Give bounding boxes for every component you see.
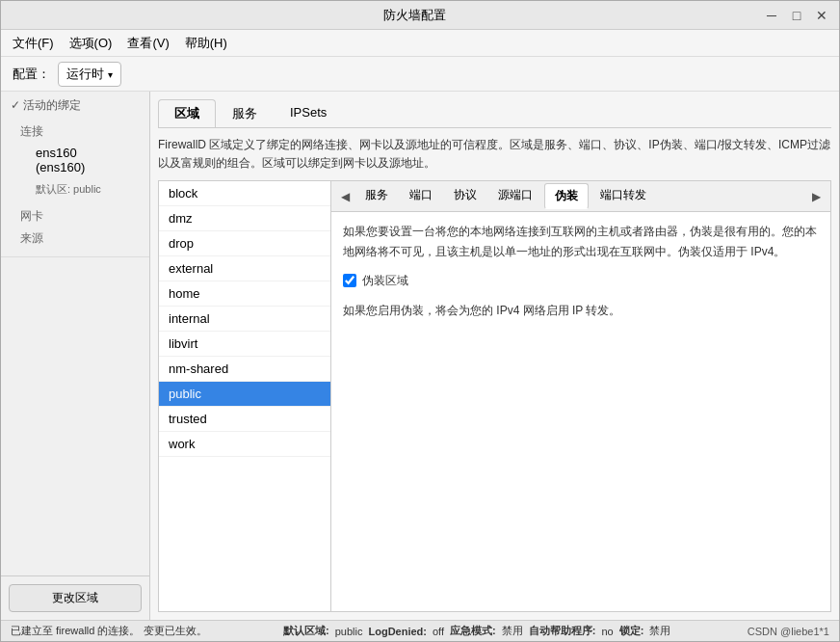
lock-value: 禁用 <box>649 624 670 638</box>
zone-item-external[interactable]: external <box>159 256 330 281</box>
active-bindings-section: ✓ 活动的绑定 连接 ens160 (ens160) 默认区: public 网… <box>1 92 149 257</box>
auto-helper-label: 自动帮助程序: <box>529 624 596 638</box>
default-zone-value: public <box>335 626 363 637</box>
sidebar-bottom: 更改区域 <box>1 575 149 620</box>
statusbar-info: 默认区域: public LogDenied: off 应急模式: 禁用 自动帮… <box>283 624 670 638</box>
sub-tab-source-port[interactable]: 源端口 <box>488 183 542 209</box>
menu-file[interactable]: 文件(F) <box>5 32 62 55</box>
zone-item-public[interactable]: public <box>159 382 330 407</box>
close-button[interactable]: ✕ <box>812 6 831 25</box>
masquerade-checkbox-label[interactable]: 伪装区域 <box>362 271 408 290</box>
sidebar-item-default-zone: 默认区: public <box>20 178 130 201</box>
log-denied-label: LogDenied: <box>369 626 428 637</box>
log-denied-value: off <box>433 626 444 637</box>
sidebar-connection-section: 连接 ens160 (ens160) 默认区: public <box>11 118 140 206</box>
tab-zones[interactable]: 区域 <box>158 99 216 127</box>
sub-tabs-inner: 服务 端口 协议 源端口 伪装 端口转发 <box>355 183 806 209</box>
sub-tab-services[interactable]: 服务 <box>355 183 398 209</box>
sidebar-item-ens160[interactable]: ens160 (ens160) <box>20 142 130 178</box>
config-dropdown[interactable]: 运行时 <box>58 62 121 87</box>
masquerade-checkbox-row: 伪装区域 <box>343 271 819 290</box>
main-panel: 区域 服务 IPSets FirewallD 区域定义了绑定的网络连接、网卡以及… <box>150 92 839 620</box>
titlebar: 防火墙配置 ─ □ ✕ <box>1 1 839 30</box>
default-zone-label: 默认区域: <box>283 624 329 638</box>
active-bindings-title: ✓ 活动的绑定 <box>11 97 140 114</box>
sub-tab-protocol[interactable]: 协议 <box>444 183 486 209</box>
sub-tabs: ◀ 服务 端口 协议 源端口 伪装 端口转发 ▶ <box>331 181 830 212</box>
sub-tab-ports[interactable]: 端口 <box>400 183 442 209</box>
sidebar-connection-title: 连接 <box>20 123 130 140</box>
maximize-button[interactable]: □ <box>787 6 806 25</box>
main-tabs: 区域 服务 IPSets <box>158 99 831 128</box>
sidebar-source-title: 来源 <box>20 230 130 247</box>
zone-item-work[interactable]: work <box>159 432 330 457</box>
zone-item-dmz[interactable]: dmz <box>159 206 330 231</box>
zone-item-trusted[interactable]: trusted <box>159 407 330 432</box>
lock-label: 锁定: <box>619 624 644 638</box>
menubar: 文件(F) 选项(O) 查看(V) 帮助(H) <box>1 30 839 57</box>
statusbar-copyright: CSDN @liebe1*1 <box>748 626 829 637</box>
main-window: 防火墙配置 ─ □ ✕ 文件(F) 选项(O) 查看(V) 帮助(H) 配置： … <box>0 0 840 642</box>
content-area: ✓ 活动的绑定 连接 ens160 (ens160) 默认区: public 网… <box>1 92 839 620</box>
statusbar: 已建立至 firewalld 的连接。 变更已生效。 默认区域: public … <box>1 620 839 641</box>
config-value: 运行时 <box>66 66 104 83</box>
zones-description: FirewallD 区域定义了绑定的网络连接、网卡以及源地址的可信程度。区域是服… <box>158 136 831 173</box>
zone-item-block[interactable]: block <box>159 181 330 206</box>
sub-tabs-left-arrow[interactable]: ◀ <box>335 186 355 207</box>
window-title: 防火墙配置 <box>66 7 762 24</box>
change-zone-button[interactable]: 更改区域 <box>9 584 142 612</box>
menu-help[interactable]: 帮助(H) <box>177 32 235 55</box>
zone-item-libvirt[interactable]: libvirt <box>159 332 330 357</box>
detail-panel: ◀ 服务 端口 协议 源端口 伪装 端口转发 ▶ 如果您要设置一 <box>331 180 831 612</box>
window-controls: ─ □ ✕ <box>762 6 831 25</box>
zone-item-nm-shared[interactable]: nm-shared <box>159 357 330 382</box>
emergency-label: 应急模式: <box>450 624 496 638</box>
zone-item-home[interactable]: home <box>159 281 330 307</box>
menu-options[interactable]: 选项(O) <box>62 32 120 55</box>
minimize-button[interactable]: ─ <box>762 6 781 25</box>
sidebar: ✓ 活动的绑定 连接 ens160 (ens160) 默认区: public 网… <box>1 92 150 620</box>
masquerade-checkbox[interactable] <box>343 274 356 287</box>
connection-text: 已建立至 firewalld 的连接。 变更已生效。 <box>11 624 207 638</box>
chevron-down-icon <box>108 67 113 81</box>
zone-area: block dmz drop external home internal li… <box>158 180 831 612</box>
sidebar-nic-title: 网卡 <box>20 208 130 225</box>
detail-content: 如果您要设置一台将您的本地网络连接到互联网的主机或者路由器，伪装是很有用的。您的… <box>331 212 830 611</box>
zone-item-drop[interactable]: drop <box>159 231 330 256</box>
statusbar-connection: 已建立至 firewalld 的连接。 变更已生效。 <box>11 624 207 638</box>
toolbar: 配置： 运行时 <box>1 57 839 92</box>
masquerade-forward-text: 如果您启用伪装，将会为您的 IPv4 网络启用 IP 转发。 <box>343 301 819 320</box>
sub-tabs-right-arrow[interactable]: ▶ <box>806 186 827 207</box>
tab-ipsets[interactable]: IPSets <box>274 99 343 127</box>
sub-tab-masquerade[interactable]: 伪装 <box>544 183 589 209</box>
auto-helper-value: no <box>601 626 613 637</box>
zone-list: block dmz drop external home internal li… <box>158 180 331 612</box>
tab-services[interactable]: 服务 <box>216 99 274 127</box>
zone-item-internal[interactable]: internal <box>159 307 330 332</box>
sub-tab-port-forward[interactable]: 端口转发 <box>591 183 656 209</box>
masquerade-description: 如果您要设置一台将您的本地网络连接到互联网的主机或者路由器，伪装是很有用的。您的… <box>343 222 819 261</box>
emergency-value: 禁用 <box>502 624 523 638</box>
menu-view[interactable]: 查看(V) <box>119 32 176 55</box>
config-label: 配置： <box>13 66 50 83</box>
